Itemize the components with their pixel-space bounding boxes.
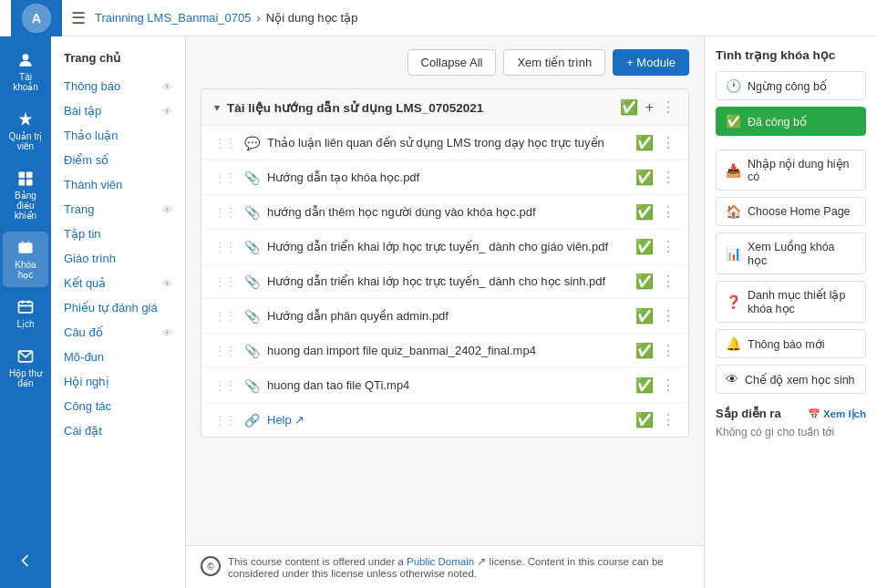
section-toggle[interactable]: ▾ bbox=[214, 101, 220, 114]
item-menu-7[interactable]: ⋮ bbox=[661, 342, 676, 359]
drag-handle[interactable]: ⋮⋮ bbox=[214, 206, 236, 219]
text-sidebar: Trang chủ Thông báo 👁 Bài tập 👁 Thảo luậ… bbox=[51, 36, 186, 588]
course-item-2: ⋮⋮ 📎 Hướng dẫn tạo khóa học.pdf ✅ ⋮ bbox=[201, 160, 688, 195]
xem-tien-trinh-button[interactable]: Xem tiến trình bbox=[503, 49, 605, 76]
item-check-4: ✅ bbox=[635, 238, 654, 255]
course-item-5: ⋮⋮ 📎 Hướng dẫn triển khai lớp học trực t… bbox=[201, 264, 688, 299]
sidebar-item-mo-dun[interactable]: Mô-đun bbox=[51, 345, 185, 369]
thong-bao-btn[interactable]: 🔔 Thông báo mới bbox=[716, 329, 866, 358]
item-title-8[interactable]: huong dan tao file QTi.mp4 bbox=[267, 378, 628, 392]
item-title-5[interactable]: Hướng dẫn triển khai lớp học trực tuyến_… bbox=[267, 274, 628, 288]
sidebar-label-tai-khoan: Tài khoản bbox=[6, 72, 45, 92]
svg-rect-7 bbox=[19, 242, 33, 253]
course-item-8: ⋮⋮ 📎 huong dan tao file QTi.mp4 ✅ ⋮ bbox=[201, 368, 688, 403]
sidebar-item-hop-thu-den[interactable]: Hộp thư đến bbox=[3, 340, 48, 396]
item-menu-1[interactable]: ⋮ bbox=[661, 134, 676, 151]
sidebar-item-diem-so[interactable]: Điểm số bbox=[51, 148, 185, 172]
section-menu-icon[interactable]: ⋮ bbox=[661, 98, 676, 116]
drag-handle[interactable]: ⋮⋮ bbox=[214, 241, 236, 253]
item-title-6[interactable]: Hướng dẫn phân quyền admin.pdf bbox=[267, 309, 628, 323]
danh-muc-btn[interactable]: ❓ Danh mục thiết lập khóa học bbox=[716, 281, 866, 323]
sidebar-item-bang-dieu-khien[interactable]: Bảng điều khiển bbox=[3, 162, 48, 228]
file-icon-5: 📎 bbox=[243, 274, 260, 289]
breadcrumb-link[interactable]: Trainning LMS_Banmai_0705 bbox=[95, 11, 252, 25]
bell-icon: 🔔 bbox=[726, 336, 741, 351]
item-title-7[interactable]: huong dan import file quiz_banmai_2402_f… bbox=[267, 344, 628, 357]
section-actions: ✅ + ⋮ bbox=[620, 98, 676, 116]
xem-luong-btn[interactable]: 📊 Xem Luồng khóa học bbox=[716, 232, 866, 274]
sidebar-item-lich[interactable]: Lịch bbox=[3, 291, 48, 336]
icon-sidebar: Tài khoản Quản trị viên Bảng điều khiển … bbox=[0, 36, 51, 588]
item-title-9[interactable]: Help ↗ bbox=[267, 413, 628, 427]
sidebar-label-khoa-hoc: Khóa học bbox=[6, 260, 45, 280]
sidebar-item-cong-tac[interactable]: Công tác bbox=[51, 394, 185, 418]
item-menu-2[interactable]: ⋮ bbox=[661, 169, 676, 186]
sidebar-item-thong-bao[interactable]: Thông báo 👁 bbox=[51, 74, 185, 98]
drag-handle[interactable]: ⋮⋮ bbox=[214, 137, 236, 150]
sidebar-item-bai-tap[interactable]: Bài tập 👁 bbox=[51, 98, 185, 123]
footer-link[interactable]: Public Domain ↗ bbox=[407, 556, 486, 567]
sidebar-item-thanh-vien[interactable]: Thành viên bbox=[51, 172, 185, 197]
sidebar-item-ket-qua[interactable]: Kết quả 👁 bbox=[51, 271, 185, 295]
import-icon: 📥 bbox=[726, 163, 741, 178]
sidebar-item-tai-khoan[interactable]: Tài khoản bbox=[3, 44, 48, 99]
course-section-header: ▾ Tài liệu hướng dẫn sử dụng LMS_0705202… bbox=[201, 89, 688, 126]
item-check-2: ✅ bbox=[635, 169, 654, 186]
section-add-icon[interactable]: + bbox=[645, 99, 654, 116]
sidebar-item-cai-dat[interactable]: Cài đặt bbox=[51, 418, 185, 443]
da-cong-bo-btn[interactable]: ✅ Đã công bố bbox=[716, 107, 866, 136]
right-panel-title: Tình trạng khóa học bbox=[716, 47, 866, 62]
plus-module-button[interactable]: + Module bbox=[613, 49, 689, 76]
svg-rect-6 bbox=[26, 180, 33, 186]
drag-handle[interactable]: ⋮⋮ bbox=[214, 171, 236, 184]
sidebar-item-thao-luan[interactable]: Thảo luận bbox=[51, 123, 185, 148]
sidebar-item-phieu-tu-danh-gia[interactable]: Phiếu tự đánh giá bbox=[51, 295, 185, 320]
item-check-5: ✅ bbox=[635, 273, 654, 290]
content-footer: © This course content is offered under a… bbox=[186, 545, 704, 588]
che-do-btn[interactable]: 👁 Chế độ xem học sinh bbox=[716, 365, 866, 394]
sidebar-item-cau-do[interactable]: Câu đố 👁 bbox=[51, 320, 185, 345]
sidebar-label-bang-dieu-khien: Bảng điều khiển bbox=[6, 191, 45, 221]
ngung-cong-bo-btn[interactable]: 🕐 Ngừng công bố bbox=[716, 71, 866, 100]
item-title-4[interactable]: Hướng dẫn triển khai lớp học trực tuyến_… bbox=[267, 240, 628, 253]
drag-handle[interactable]: ⋮⋮ bbox=[214, 310, 236, 323]
item-menu-4[interactable]: ⋮ bbox=[661, 238, 676, 255]
file-icon-4: 📎 bbox=[243, 240, 260, 254]
file-icon-6: 📎 bbox=[243, 309, 260, 324]
item-menu-6[interactable]: ⋮ bbox=[661, 307, 676, 325]
sidebar-label-lich: Lịch bbox=[16, 319, 34, 329]
item-menu-5[interactable]: ⋮ bbox=[661, 273, 676, 290]
item-title-1: Thảo luận liên quan đến sử dụng LMS tron… bbox=[267, 136, 628, 150]
item-menu-9[interactable]: ⋮ bbox=[661, 411, 676, 428]
item-title-2[interactable]: Hướng dẫn tạo khóa học.pdf bbox=[267, 170, 628, 184]
drag-handle[interactable]: ⋮⋮ bbox=[214, 275, 236, 288]
sidebar-item-quan-tri-vien[interactable]: Quản trị viên bbox=[3, 103, 48, 159]
topbar: A ☰ Trainning LMS_Banmai_0705 › Nội dung… bbox=[0, 0, 877, 36]
course-item-7: ⋮⋮ 📎 huong dan import file quiz_banmai_2… bbox=[201, 334, 688, 368]
clock-icon: 🕐 bbox=[726, 78, 741, 93]
choose-home-btn[interactable]: 🏠 Choose Home Page bbox=[716, 197, 866, 226]
right-panel: Tình trạng khóa học 🕐 Ngừng công bố ✅ Đã… bbox=[704, 36, 877, 588]
nhap-noi-dung-btn[interactable]: 📥 Nhập nội dung hiện có bbox=[716, 150, 866, 191]
sidebar-item-tap-tin[interactable]: Tập tin bbox=[51, 222, 185, 246]
item-menu-8[interactable]: ⋮ bbox=[661, 377, 676, 394]
upcoming-empty-text: Không có gì cho tuần tới bbox=[716, 426, 866, 438]
module-header-bar: Collapse All Xem tiến trình + Module bbox=[201, 49, 689, 76]
sidebar-item-giao-trinh[interactable]: Giáo trình bbox=[51, 246, 185, 271]
collapse-all-button[interactable]: Collapse All bbox=[408, 49, 497, 76]
section-title: Tài liệu hướng dẫn sử dụng LMS_07052021 bbox=[227, 100, 613, 115]
xem-lich-link[interactable]: 📅 Xem lịch bbox=[808, 407, 866, 420]
sidebar-back-btn[interactable] bbox=[3, 544, 48, 577]
drag-handle[interactable]: ⋮⋮ bbox=[214, 414, 236, 427]
item-menu-3[interactable]: ⋮ bbox=[661, 203, 676, 221]
drag-handle[interactable]: ⋮⋮ bbox=[214, 379, 236, 392]
course-item-4: ⋮⋮ 📎 Hướng dẫn triển khai lớp học trực t… bbox=[201, 230, 688, 264]
sidebar-item-khoa-hoc[interactable]: Khóa học bbox=[3, 232, 48, 287]
sidebar-item-trang[interactable]: Trang 👁 bbox=[51, 197, 185, 222]
section-check-icon: ✅ bbox=[620, 98, 638, 116]
chart-icon: 📊 bbox=[726, 246, 741, 261]
menu-icon[interactable]: ☰ bbox=[71, 8, 86, 28]
drag-handle[interactable]: ⋮⋮ bbox=[214, 345, 236, 357]
item-title-3[interactable]: hướng dẫn thêm học người dùng vào khóa h… bbox=[267, 205, 628, 219]
sidebar-item-hoi-nghi[interactable]: Hội nghị bbox=[51, 369, 185, 394]
